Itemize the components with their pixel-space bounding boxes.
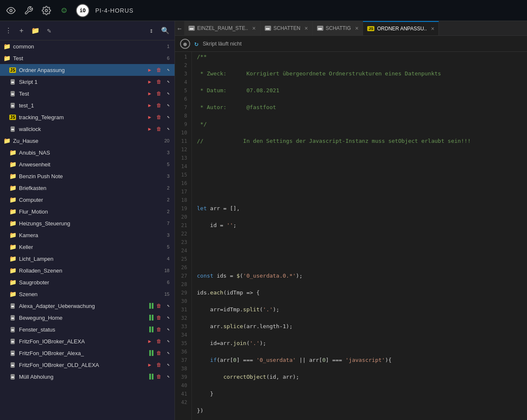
play-button[interactable]: ▶ (146, 102, 153, 109)
export-button[interactable]: ⬉ (164, 125, 172, 133)
delete-button[interactable]: 🗑 (155, 361, 163, 369)
export-button[interactable]: ⬉ (164, 326, 172, 333)
delete-button[interactable]: 🗑 (155, 302, 163, 310)
wrench-icon[interactable] (23, 5, 35, 16)
sort-icon[interactable]: ↕ (148, 25, 155, 36)
tab-back-button[interactable]: ← (175, 21, 184, 35)
sidebar-item-test1[interactable]: ▬ test_1 ▶ 🗑 ⬉ (0, 99, 175, 111)
sidebar-item-benzin-push-note[interactable]: 📁 Benzin Push Note 3 (0, 170, 175, 182)
edit-icon[interactable]: ✎ (46, 25, 53, 36)
export-button[interactable]: ⬉ (164, 102, 172, 109)
sidebar-item-skript1[interactable]: ▬ Skript 1 ▶ 🗑 ⬉ (0, 76, 175, 88)
js-tab-icon: JS (367, 26, 374, 31)
play-button[interactable]: ▶ (146, 125, 153, 133)
tab-ordner-anpassung[interactable]: JS ORDNER ANPASSU.. × (363, 21, 439, 35)
play-button[interactable]: ▶ (146, 78, 153, 86)
export-button[interactable]: ⬉ (164, 302, 172, 310)
sidebar-item-saugroboter[interactable]: 📁 Saugroboter 6 (0, 276, 175, 288)
search-icon[interactable]: 🔍 (159, 25, 171, 36)
sidebar-item-fritzfon-alexa[interactable]: ▬ FritzFon_IOBroker_ALEXA ▶ 🗑 ⬉ (0, 335, 175, 347)
delete-button[interactable]: 🗑 (155, 78, 163, 86)
tab-schattig[interactable]: ▬ SCHATTIG × (313, 21, 363, 35)
sidebar-item-fritzfon-old-alexa[interactable]: ▬ FritzFon_IOBroker_OLD_ALEXA ▶ 🗑 ⬉ (0, 359, 175, 371)
js-icon: JS (8, 113, 17, 121)
sidebar-item-alexa-adapter[interactable]: ▬ Alexa_Adapter_Ueberwachung 🗑 ⬉ (0, 300, 175, 312)
sidebar-item-test-folder[interactable]: 📁 Test 6 (0, 52, 175, 64)
delete-button[interactable]: 🗑 (155, 337, 163, 345)
sidebar-item-anubis-nas[interactable]: 📁 Anubis_NAS 3 (0, 147, 175, 158)
sidebar-item-kamera[interactable]: 📁 Kamera 3 (0, 229, 175, 241)
sidebar-item-zu-hause[interactable]: 📁 Zu_Hause 20 (0, 135, 175, 147)
sidebar-item-computer[interactable]: 📁 Computer 2 (0, 194, 175, 206)
export-button[interactable]: ⬉ (164, 349, 172, 357)
folder-icon: 📁 (8, 219, 17, 227)
sidebar-item-wallclock[interactable]: ▬ wallclock ▶ 🗑 ⬉ (0, 123, 175, 135)
sidebar-item-mull-abholung[interactable]: ▬ Müll Abholung 🗑 ⬉ (0, 371, 175, 383)
code-editor[interactable]: 12345 678910 1112131415 1617181920 21222… (175, 52, 527, 420)
tab-label: EINZEL_RAUM_STE.. (197, 25, 248, 31)
status-bar-1 (149, 350, 151, 356)
sidebar-item-label: Skript 1 (19, 79, 144, 85)
sidebar-item-keller[interactable]: 📁 Keller 5 (0, 241, 175, 253)
play-button[interactable]: ▶ (146, 337, 153, 345)
sidebar-item-ordner-anpassung[interactable]: JS Ordner Anpassung ▶ 🗑 ⬉ (0, 64, 175, 76)
eye-icon[interactable] (5, 5, 17, 16)
export-button[interactable]: ⬉ (164, 373, 172, 380)
tab-close-button[interactable]: × (304, 25, 308, 32)
tab-close-button[interactable]: × (355, 25, 358, 32)
add-icon[interactable]: + (18, 25, 25, 36)
line-numbers: 12345 678910 1112131415 1617181920 21222… (175, 52, 192, 420)
delete-button[interactable]: 🗑 (155, 125, 163, 133)
sidebar-item-heizungs-steuerung[interactable]: 📁 Heizungs_Steuerung 7 (0, 217, 175, 229)
menu-icon[interactable]: ⋮ (3, 25, 13, 36)
sidebar-item-tracking-telegram[interactable]: JS tracking_Telegram ▶ 🗑 ⬉ (0, 111, 175, 123)
sidebar-item-szenen[interactable]: 📁 Szenen 15 (0, 288, 175, 300)
export-button[interactable]: ⬉ (164, 361, 172, 369)
delete-button[interactable]: 🗑 (155, 326, 163, 333)
export-button[interactable]: ⬉ (164, 314, 172, 321)
delete-button[interactable]: 🗑 (155, 113, 163, 121)
sidebar-item-label: Müll Abholung (19, 374, 148, 380)
export-button[interactable]: ⬉ (164, 113, 172, 121)
delete-button[interactable]: 🗑 (155, 314, 163, 321)
add-folder-icon[interactable]: 📁 (30, 25, 41, 36)
sidebar-item-label: FritzFon_IOBroker_OLD_ALEXA (19, 362, 144, 368)
sidebar-item-fenster-status[interactable]: ▬ Fenster_status 🗑 ⬉ (0, 324, 175, 335)
export-button[interactable]: ⬉ (164, 66, 172, 74)
play-button[interactable]: ▶ (146, 66, 153, 74)
export-button[interactable]: ⬉ (164, 337, 172, 345)
sidebar-item-flur-motion[interactable]: 📁 Flur_Motion 2 (0, 206, 175, 217)
editor-header: ● ↻ Skript läuft nicht (175, 36, 527, 52)
sidebar-item-anwesenheit[interactable]: 📁 Anwesenheit 5 (0, 158, 175, 170)
tab-einzel-raum[interactable]: ▬ EINZEL_RAUM_STE.. × (184, 21, 261, 35)
tab-close-button[interactable]: × (431, 25, 434, 32)
app-logo: iO (76, 4, 89, 17)
code-content[interactable]: /** * Zweck: Korrigiert übergeordnete Or… (192, 52, 527, 420)
delete-button[interactable]: 🗑 (155, 90, 163, 97)
sidebar-item-briefkasten[interactable]: 📁 Briefkasten 2 (0, 182, 175, 194)
refresh-button[interactable]: ↻ (194, 40, 199, 48)
delete-button[interactable]: 🗑 (155, 102, 163, 109)
export-button[interactable]: ⬉ (164, 78, 172, 86)
folder-icon: 📁 (8, 195, 17, 204)
tab-close-button[interactable]: × (252, 25, 255, 32)
folder-icon: 📁 (8, 243, 17, 251)
delete-button[interactable]: 🗑 (155, 66, 163, 74)
sidebar-item-bewegung-home[interactable]: ▬ Bewegung_Home 🗑 ⬉ (0, 312, 175, 324)
export-button[interactable]: ⬉ (164, 90, 172, 97)
play-button[interactable]: ▶ (146, 113, 153, 121)
sidebar-item-common[interactable]: 📁 common 1 (0, 40, 175, 52)
tab-schatten[interactable]: ▬ SCHATTEN × (261, 21, 313, 35)
person-icon[interactable]: ☺ (58, 5, 70, 16)
script-icon: ▬ (8, 125, 17, 133)
sidebar-item-licht-lampen[interactable]: 📁 Licht_Lampen 4 (0, 253, 175, 265)
play-button[interactable]: ▶ (146, 361, 153, 369)
sidebar-item-rolladen-szenen[interactable]: 📁 Rolladen_Szenen 18 (0, 265, 175, 276)
item-actions: 🗑 ⬉ (149, 349, 172, 357)
play-button[interactable]: ▶ (146, 90, 153, 97)
delete-button[interactable]: 🗑 (155, 349, 163, 357)
delete-button[interactable]: 🗑 (155, 373, 163, 380)
sidebar-item-fritzfon-alexa2[interactable]: ▬ FritzFon_IOBroker_Alexa_ 🗑 ⬉ (0, 347, 175, 359)
sidebar-item-test-script[interactable]: ▬ Test ▶ 🗑 ⬉ (0, 88, 175, 99)
gear-icon[interactable] (40, 5, 52, 16)
